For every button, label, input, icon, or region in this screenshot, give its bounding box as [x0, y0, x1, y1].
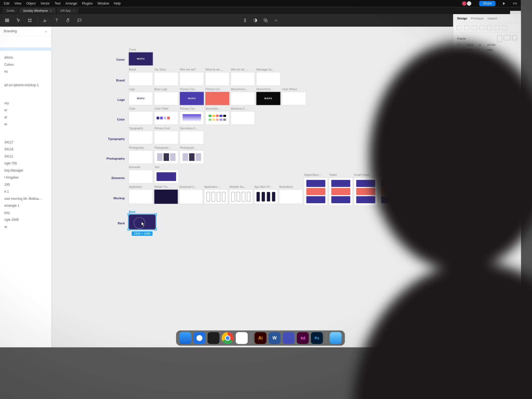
- comment-tool-icon[interactable]: [76, 16, 84, 24]
- clip-content-checkbox[interactable]: [457, 58, 460, 61]
- frame-section-brand[interactable]: Brand: [128, 72, 153, 86]
- frame-thumbnail[interactable]: Clear SPace: [282, 92, 306, 105]
- layer-item[interactable]: ting Manager: [0, 167, 51, 174]
- layer-item[interactable]: [0, 48, 51, 51]
- dock-app-finder[interactable]: [179, 332, 191, 344]
- frame-thumbnail[interactable]: Secondary F…: [180, 131, 204, 144]
- layer-item[interactable]: er: [0, 107, 51, 114]
- frame-thumbnail[interactable]: Mobile Thu…: [154, 189, 178, 204]
- frame-elements-text[interactable]: Text: [154, 170, 178, 184]
- frame-thumbnail[interactable]: Message Sa…: [256, 72, 281, 86]
- frame-section-elements[interactable]: Elements: [128, 170, 153, 184]
- frame-thumbnail[interactable]: App Store Pr…: [254, 189, 278, 204]
- tab-drafts[interactable]: Drafts: [3, 8, 18, 13]
- layer-item[interactable]: 34118: [0, 146, 51, 153]
- frame-section-photography[interactable]: Photography: [128, 150, 153, 164]
- y-field[interactable]: 1620: [466, 48, 472, 52]
- frame-preset-portrait-icon[interactable]: [497, 35, 502, 42]
- h-field[interactable]: 1080: [486, 48, 493, 52]
- main-menu-icon[interactable]: [3, 16, 11, 24]
- selection-handle[interactable]: [155, 228, 157, 231]
- frame-thumbnail[interactable]: Photograph…: [154, 150, 178, 164]
- layer-item[interactable]: tory: [0, 209, 51, 216]
- close-icon[interactable]: ×: [73, 9, 75, 12]
- frame-thumbnail[interactable]: Twitter: [329, 177, 353, 206]
- frame-thumbnail[interactable]: Primary Font: [154, 131, 178, 144]
- boolean-icon[interactable]: [262, 17, 269, 23]
- frame-thumbnail[interactable]: Primary Col…WOPU: [180, 92, 204, 105]
- frame-thumbnail[interactable]: Website Scr…: [229, 189, 253, 204]
- tab-inspect[interactable]: Inspect: [488, 17, 497, 20]
- dock-app-safari[interactable]: [193, 332, 205, 344]
- pen-tool-icon[interactable]: [41, 16, 49, 24]
- dock-app-photoshop[interactable]: Ps: [311, 332, 323, 344]
- frame-thumbnail[interactable]: Backdrop C…: [231, 111, 255, 125]
- layer-item[interactable]: [0, 78, 51, 82]
- hand-tool-icon[interactable]: [64, 16, 72, 24]
- present-icon[interactable]: [503, 2, 505, 5]
- text-tool-icon[interactable]: [53, 16, 61, 24]
- menu-object[interactable]: Object: [26, 2, 35, 5]
- frame-thumbnail[interactable]: Who do we …: [231, 72, 255, 86]
- layer-item[interactable]: 34121: [0, 153, 51, 160]
- layer-item[interactable]: e 1: [0, 188, 51, 195]
- align-top-icon[interactable]: [479, 25, 484, 30]
- layer-item[interactable]: ngle 755: [0, 160, 51, 167]
- layer-item[interactable]: er: [0, 114, 51, 121]
- frame-thumbnail[interactable]: Base Logo: [154, 92, 178, 105]
- rotation-field[interactable]: 0°: [466, 53, 469, 57]
- layer-item[interactable]: Colors: [0, 61, 51, 68]
- frame-thumbnail[interactable]: Download S…: [179, 189, 203, 204]
- align-left-icon[interactable]: [457, 25, 462, 30]
- tab-design[interactable]: Design: [457, 17, 467, 20]
- layer-item[interactable]: [0, 51, 51, 54]
- distribute-icon[interactable]: [502, 25, 507, 30]
- layer-item[interactable]: [0, 44, 51, 47]
- frame-thumbnail[interactable]: Color Pallet: [154, 111, 178, 125]
- frame-thumbnail[interactable]: Monochrom…: [231, 92, 255, 105]
- chevron-down-icon[interactable]: [273, 17, 279, 23]
- layer-item[interactable]: ari-on-iphone-mockup 1: [0, 82, 51, 89]
- frame-section-application[interactable]: Application: [128, 189, 153, 204]
- frame-section-logo[interactable]: Logo WOPU: [128, 92, 153, 105]
- frame-thumbnail[interactable]: What do we …: [205, 72, 230, 86]
- selection-handle[interactable]: [155, 213, 157, 215]
- chevron-down-icon[interactable]: ⌄: [45, 29, 47, 33]
- dock-app-downloads[interactable]: [330, 332, 342, 344]
- frame-thumbnail[interactable]: Digital Bann…: [304, 177, 328, 206]
- menu-window[interactable]: Window: [97, 2, 109, 5]
- menu-vector[interactable]: Vector: [40, 2, 50, 5]
- x-field[interactable]: -2322: [466, 43, 473, 47]
- selection-handle[interactable]: [127, 228, 130, 231]
- menu-edit[interactable]: Edit: [4, 2, 9, 5]
- mask-icon[interactable]: [252, 17, 259, 23]
- layer-item[interactable]: [0, 41, 51, 44]
- move-tool-icon[interactable]: [15, 16, 22, 24]
- layer-item[interactable]: l Amgalan: [0, 174, 51, 181]
- frame-thumbnail[interactable]: Primary Col…: [180, 111, 204, 125]
- avatar[interactable]: [467, 1, 471, 6]
- zoom-level[interactable]: 4%: [513, 2, 517, 5]
- w-field[interactable]: 20784: [487, 43, 495, 47]
- layer-item[interactable]: 34117: [0, 139, 51, 146]
- dock-app-teams[interactable]: [283, 332, 295, 344]
- layer-item[interactable]: [0, 75, 51, 78]
- collaborator-avatars[interactable]: [462, 1, 472, 6]
- menu-arrange[interactable]: Arrange: [65, 2, 77, 5]
- tab-prototype[interactable]: Prototype: [471, 17, 484, 20]
- layer-item[interactable]: ectangle 1: [0, 202, 51, 209]
- share-button[interactable]: Share: [479, 1, 495, 6]
- frame-cover[interactable]: Cover WOPU: [128, 52, 153, 66]
- frame-section-color[interactable]: Color: [128, 111, 153, 125]
- menu-plugins[interactable]: Plugins: [82, 2, 93, 5]
- frame-tool-icon[interactable]: [26, 16, 34, 24]
- page-selector[interactable]: Branding: [4, 29, 17, 33]
- frame-thumbnail[interactable]: Monochrom…WOPU: [256, 92, 281, 105]
- frame-preset-square-icon[interactable]: [512, 35, 517, 40]
- layer-item[interactable]: 295: [0, 181, 51, 188]
- tab-hr-app[interactable]: HR App×: [57, 8, 78, 13]
- layer-item[interactable]: es: [0, 68, 51, 75]
- canvas[interactable]: Cover Brand Logo Color Typography Photog…: [52, 27, 453, 347]
- align-bottom-icon[interactable]: [494, 25, 499, 30]
- dock-app-figma[interactable]: [207, 332, 219, 344]
